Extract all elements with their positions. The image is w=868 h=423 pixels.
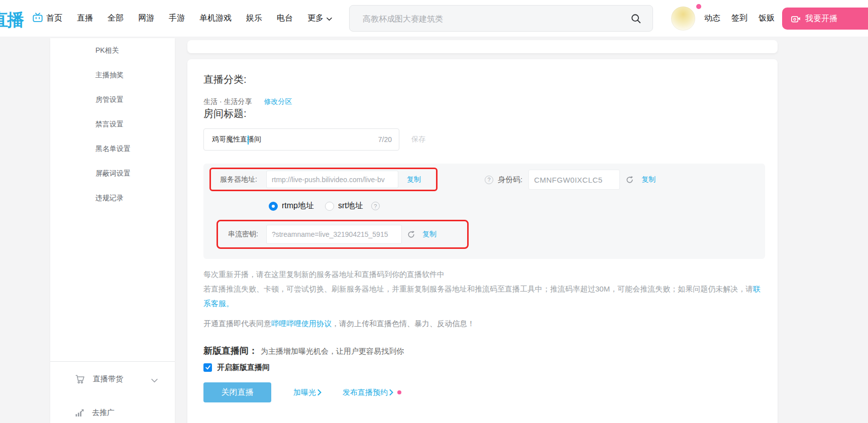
user-links: 动态 签到 饭贩 xyxy=(704,0,775,37)
nav-item-label: 娱乐 xyxy=(246,13,262,24)
room-title-row: 7/20 保存 xyxy=(203,128,762,151)
copy-stream-key-button[interactable]: 复制 xyxy=(422,230,437,239)
sidebar-divider xyxy=(50,361,175,362)
nav-link-moments[interactable]: 动态 xyxy=(704,13,720,24)
nav-item-singlegames[interactable]: 单机游戏 xyxy=(199,13,232,24)
stream-key-highlight-box: 串流密钥: ?streamname=live_321904215_5915 复制 xyxy=(216,220,469,249)
nav-item-label: 电台 xyxy=(277,13,293,24)
search-icon[interactable] xyxy=(630,13,641,26)
category-value: 生活 · 生活分享 xyxy=(203,96,252,106)
room-title-input[interactable] xyxy=(211,135,374,144)
close-live-button[interactable]: 关闭直播 xyxy=(203,382,271,402)
sidebar-item-lottery[interactable]: 主播抽奖 xyxy=(50,63,175,87)
chevron-down-icon xyxy=(327,14,332,23)
add-exposure-link[interactable]: 加曝光 xyxy=(293,388,321,397)
stream-key-input[interactable]: ?streamname=live_321904215_5915 xyxy=(266,225,402,244)
user-agreement-link[interactable]: 哔哩哔哩使用协议 xyxy=(271,319,332,328)
sidebar-item-promote[interactable]: 去推广 xyxy=(50,402,175,422)
contact-support-link[interactable]: 系客服。 xyxy=(203,299,234,308)
title-char-counter: 7/20 xyxy=(378,135,392,144)
sidebar: PK相关 主播抽奖 房管设置 禁言设置 黑名单设置 屏蔽词设置 违规记录 直播带… xyxy=(50,38,175,423)
nav-item-netgames[interactable]: 网游 xyxy=(138,13,154,24)
copy-identity-code-button[interactable]: 复制 xyxy=(641,175,656,184)
publish-schedule-link[interactable]: 发布直播预约 xyxy=(343,388,401,397)
nav-item-live[interactable]: 直播 xyxy=(77,13,93,24)
cart-icon xyxy=(74,373,86,385)
identity-code-group: ? 身份码: CMNFGW0IXCLC5 复制 xyxy=(485,170,656,190)
agreement-text: 开通直播即代表同意 xyxy=(203,319,271,328)
avatar[interactable] xyxy=(671,7,695,31)
server-address-label: 服务器地址: xyxy=(220,175,257,184)
help-icon-stream-type[interactable]: ? xyxy=(371,202,380,210)
agreement-line: 开通直播即代表同意哔哩哔哩使用协议，请勿上传和直播色情、暴力、反动信息！ xyxy=(203,317,762,331)
srt-radio[interactable] xyxy=(325,202,334,211)
rtmp-radio-label[interactable]: rtmp地址 xyxy=(282,201,314,211)
search-input[interactable] xyxy=(362,6,625,32)
actions-row: 关闭直播 加曝光 发布直播预约 xyxy=(203,382,762,402)
nav-item-mobilegames[interactable]: 手游 xyxy=(169,13,185,24)
live-settings-card: 直播分类: 生活 · 生活分享 修改分区 房间标题: 7/20 保存 服务器地址… xyxy=(187,59,778,423)
nav-item-radio[interactable]: 电台 xyxy=(277,13,293,24)
agreement-text: ，请勿上传和直播色情、暴力、反动信息！ xyxy=(332,319,475,328)
room-title-input-box: 7/20 xyxy=(203,128,399,151)
refresh-identity-code-icon[interactable] xyxy=(625,176,634,184)
rtmp-radio[interactable] xyxy=(269,202,278,211)
stream-key-value: ?streamname=live_321904215_5915 xyxy=(272,230,388,238)
sidebar-item-blocked-words[interactable]: 屏蔽词设置 xyxy=(50,161,175,186)
publish-schedule-label: 发布直播预约 xyxy=(343,388,388,397)
bilibili-live-logo[interactable]: 直播 xyxy=(0,9,23,32)
refresh-stream-key-icon[interactable] xyxy=(407,230,415,239)
sidebar-item-mute[interactable]: 禁言设置 xyxy=(50,112,175,136)
sidebar-item-label: 去推广 xyxy=(92,408,115,417)
stream-tips: 每次重新开播，请在这里复制新的服务器地址和直播码到你的直播软件中 若直播推流失败… xyxy=(203,267,762,311)
save-button[interactable]: 保存 xyxy=(411,135,425,144)
main-nav: 首页 直播 全部 网游 手游 单机游戏 娱乐 电台 更多 xyxy=(32,0,332,37)
nav-item-label: 更多 xyxy=(307,13,323,24)
nav-link-fanfan[interactable]: 饭贩 xyxy=(758,13,775,24)
tip-line-1: 每次重新开播，请在这里复制新的服务器地址和直播码到你的直播软件中 xyxy=(203,267,762,281)
nav-item-home[interactable]: 首页 xyxy=(32,12,62,25)
nav-item-all[interactable]: 全部 xyxy=(107,13,124,24)
add-exposure-label: 加曝光 xyxy=(293,388,316,397)
sidebar-item-violations[interactable]: 违规记录 xyxy=(50,186,175,210)
identity-code-input[interactable]: CMNFGW0IXCLC5 xyxy=(528,170,620,190)
newroom-section: 新版直播间： 为主播增加曝光机会，让用户更容易找到你 xyxy=(203,344,762,358)
newroom-checkbox[interactable] xyxy=(203,363,212,372)
contact-support-link[interactable]: 联 xyxy=(753,285,761,293)
start-live-button[interactable]: 我要开播 xyxy=(782,8,868,30)
tip-text: 每次重新开播，请在这里复制新的服务器地址和直播码到你的直播软件中 xyxy=(203,270,445,278)
start-live-label: 我要开播 xyxy=(805,14,837,24)
live-camera-icon xyxy=(791,15,801,23)
new-feature-dot xyxy=(397,390,401,394)
nav-item-label: 手游 xyxy=(169,13,185,24)
sidebar-item-commerce[interactable]: 直播带货 xyxy=(50,369,175,389)
srt-radio-label[interactable]: srt地址 xyxy=(338,201,363,211)
sidebar-item-pk[interactable]: PK相关 xyxy=(50,38,175,63)
chevron-right-icon xyxy=(316,388,321,397)
server-address-highlight-box: 服务器地址: rtmp://live-push.bilivideo.com/li… xyxy=(209,168,438,191)
sidebar-item-room-admin[interactable]: 房管设置 xyxy=(50,87,175,112)
nav-item-label: 网游 xyxy=(138,13,154,24)
edit-category-link[interactable]: 修改分区 xyxy=(264,96,292,106)
notification-dot xyxy=(696,4,701,9)
newroom-checkbox-row: 开启新版直播间 xyxy=(203,361,762,373)
sidebar-item-blacklist[interactable]: 黑名单设置 xyxy=(50,136,175,161)
chevron-down-icon xyxy=(151,376,158,384)
nav-item-label: 单机游戏 xyxy=(199,13,232,24)
search-box xyxy=(349,5,653,32)
copy-server-address-button[interactable]: 复制 xyxy=(407,175,421,184)
top-navbar: 直播 首页 直播 全部 网游 手游 单机游戏 娱乐 电台 更多 动态 签到 饭 xyxy=(0,0,868,37)
tip-line-2: 若直播推流失败、卡顿，可尝试切换、刷新服务器地址，并重新复制服务器地址和推流码至… xyxy=(203,281,762,296)
nav-item-label: 首页 xyxy=(46,13,62,24)
sidebar-item-label: 直播带货 xyxy=(93,374,123,384)
nav-link-checkin[interactable]: 签到 xyxy=(731,13,747,24)
help-icon-identity[interactable]: ? xyxy=(485,176,493,184)
identity-code-label: 身份码: xyxy=(498,175,522,185)
newroom-checkbox-label[interactable]: 开启新版直播间 xyxy=(217,363,270,372)
server-address-input[interactable]: rtmp://live-push.bilivideo.com/live-bv xyxy=(266,171,398,188)
stream-type-radio-row: rtmp地址 srt地址 ? xyxy=(269,201,380,211)
tip-text: 若直播推流失败、卡顿，可尝试切换、刷新服务器地址，并重新复制服务器地址和推流码至… xyxy=(203,285,753,293)
nav-item-more[interactable]: 更多 xyxy=(307,13,332,24)
nav-item-entertainment[interactable]: 娱乐 xyxy=(246,13,262,24)
chevron-right-icon xyxy=(388,388,393,397)
